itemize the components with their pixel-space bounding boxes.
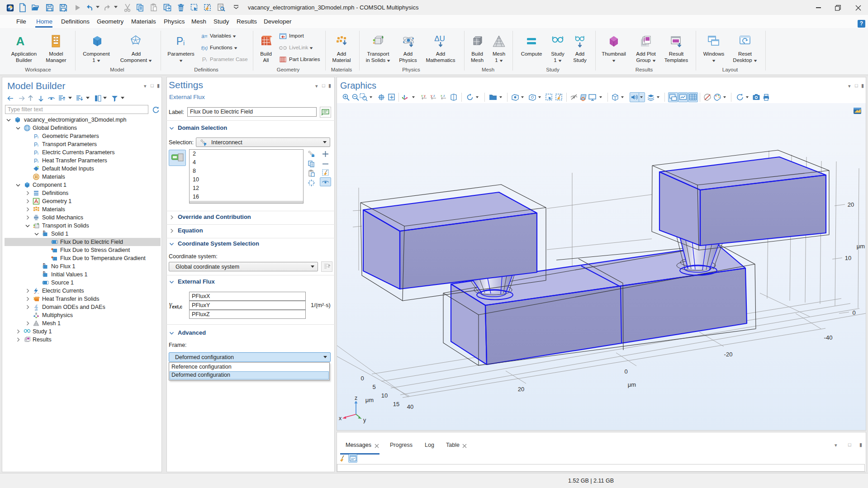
svg-text:−: −: [38, 292, 39, 294]
svg-text:f(x): f(x): [201, 46, 208, 51]
svg-text:Pi: Pi: [34, 142, 38, 148]
svg-text:-40: -40: [824, 334, 833, 341]
svg-text:A: A: [16, 34, 25, 48]
svg-text:dt: dt: [35, 308, 38, 311]
svg-text:a=: a=: [201, 33, 208, 39]
svg-text:0: 0: [852, 309, 855, 316]
svg-text:y: y: [424, 94, 426, 98]
svg-text:x: x: [441, 94, 442, 98]
svg-text:z: z: [443, 94, 445, 98]
svg-text:y: y: [363, 417, 366, 423]
svg-text:Pi: Pi: [176, 35, 185, 47]
svg-text:5: 5: [372, 384, 375, 390]
svg-text:z: z: [355, 395, 357, 401]
svg-text:10: 10: [381, 392, 388, 399]
svg-text:0: 0: [360, 375, 364, 382]
svg-text:0: 0: [624, 368, 627, 375]
svg-text:20: 20: [848, 201, 854, 208]
svg-text:10: 10: [845, 255, 851, 261]
svg-text:Pi: Pi: [34, 158, 38, 164]
svg-text:Pi: Pi: [202, 56, 207, 63]
svg-text:μm: μm: [628, 381, 636, 388]
svg-text:15: 15: [393, 401, 399, 407]
svg-text:ΔU: ΔU: [434, 34, 445, 43]
svg-text:40: 40: [407, 403, 413, 410]
svg-text:-20: -20: [724, 351, 733, 358]
svg-text:y: y: [431, 94, 432, 98]
svg-text:x: x: [421, 94, 423, 98]
svg-text:Pi: Pi: [34, 150, 38, 156]
svg-text:Pi: Pi: [34, 133, 38, 140]
svg-text:+: +: [34, 292, 36, 294]
svg-text:x: x: [339, 415, 342, 422]
svg-text:μm: μm: [365, 397, 374, 403]
svg-text:z: z: [433, 94, 435, 98]
svg-text:20: 20: [518, 386, 524, 393]
svg-text:μm: μm: [857, 243, 865, 250]
